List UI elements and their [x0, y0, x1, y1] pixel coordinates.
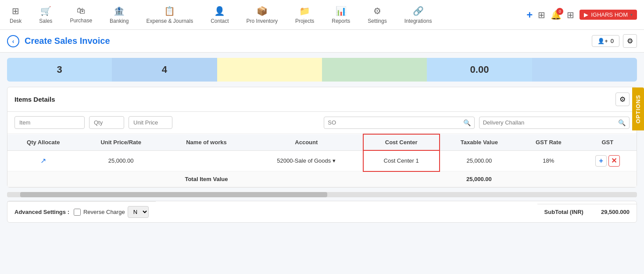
integrations-icon: 🔗 [413, 6, 424, 16]
total-account [250, 171, 363, 187]
scroll-thumb[interactable] [20, 192, 327, 197]
delivery-challan-search[interactable]: 🔍 [479, 117, 630, 129]
notification-badge: 0 [556, 8, 563, 15]
col-account: Account [250, 134, 363, 150]
so-search[interactable]: 🔍 [324, 117, 474, 129]
apps-button[interactable]: ⊞ [567, 10, 574, 20]
dropdown-icon: ▾ [333, 157, 336, 164]
total-gst-rate [519, 171, 579, 187]
projects-icon: 📁 [299, 6, 310, 16]
top-nav: ⊞ Desk 🛒 Sales 🛍 Purchase 🏦 Banking 📋 Ex… [0, 0, 644, 30]
horizontal-scrollbar[interactable] [7, 192, 637, 197]
youtube-button[interactable]: ▶ IGHARS HOM ▾ [580, 10, 637, 20]
desk-icon: ⊞ [12, 6, 19, 16]
user-name: IGHARS HOM [591, 11, 628, 18]
nav-projects[interactable]: 📁 Projects [293, 4, 317, 26]
summary-value-1: 3 [57, 64, 62, 75]
summary-card-1: 3 [7, 58, 112, 82]
col-name-of-works: Name of works [163, 134, 250, 150]
table-wrapper: Qty Allocate Unit Price/Rate Name of wor… [7, 134, 637, 187]
cell-cost-center[interactable]: Cost Center 1 [363, 150, 440, 171]
page-header: ‹ Create Sales Invoice 👤+ 0 ⚙ [0, 30, 644, 53]
nav-reports-label: Reports [332, 18, 350, 24]
reports-icon: 📊 [336, 6, 347, 16]
nav-contact-label: Contact [211, 18, 229, 24]
sales-icon: 🛒 [40, 6, 51, 16]
section-header: Items Details ⚙ [7, 87, 637, 112]
cell-gst-actions: + ✕ [579, 150, 637, 171]
grid-icon-button[interactable]: ⊞ [538, 10, 545, 20]
delivery-challan-input[interactable] [483, 119, 616, 126]
reverse-charge-select[interactable]: N Y [128, 206, 149, 218]
summary-card-4 [322, 58, 427, 82]
summary-bar: 3 4 0.00 [7, 58, 637, 82]
nav-banking-label: Banking [110, 18, 129, 24]
total-gst [579, 171, 637, 187]
cell-unit-price-rate: 25,000.00 [79, 150, 162, 171]
page-title: Create Sales Invoice [25, 36, 587, 46]
summary-value-2: 4 [162, 64, 167, 75]
nav-pro-inventory[interactable]: 📦 Pro Inventory [244, 4, 280, 26]
cell-qty-allocate: ↗ [7, 150, 79, 171]
nav-banking[interactable]: 🏦 Banking [107, 4, 131, 26]
total-name-of-works: Total Item Value [163, 171, 250, 187]
advanced-title: Advanced Settings : [14, 209, 69, 215]
total-taxable-value: 25,000.00 [440, 171, 519, 187]
cell-account[interactable]: 52000-Sale of Goods ▾ [250, 150, 363, 171]
cell-gst-rate: 18% [519, 150, 579, 171]
assign-count: 0 [611, 38, 614, 44]
header-actions: 👤+ 0 ⚙ [592, 34, 637, 48]
nav-projects-label: Projects [295, 18, 314, 24]
nav-integrations[interactable]: 🔗 Integrations [402, 4, 435, 26]
assign-icon: 👤+ [597, 38, 608, 44]
nav-purchase[interactable]: 🛍 Purchase [67, 4, 95, 25]
nav-purchase-label: Purchase [70, 18, 92, 24]
reverse-charge-checkbox[interactable] [74, 209, 81, 216]
table-row: ↗ 25,000.00 52000-Sale of Goods ▾ Cost C… [7, 150, 637, 171]
unit-price-filter[interactable] [129, 116, 172, 129]
nav-integrations-label: Integrations [404, 18, 432, 24]
advanced-settings: Advanced Settings : Reverse Charge N Y [7, 201, 156, 222]
remove-row-button[interactable]: ✕ [608, 155, 620, 167]
chevron-down-icon: ▾ [630, 12, 633, 17]
nav-sales[interactable]: 🛒 Sales [36, 4, 55, 26]
nav-expense-label: Expense & Journals [146, 18, 193, 24]
nav-contact[interactable]: 👤 Contact [208, 4, 231, 26]
back-button[interactable]: ‹ [7, 35, 19, 47]
items-settings-button[interactable]: ⚙ [615, 93, 630, 106]
summary-card-2: 4 [112, 58, 217, 82]
qty-filter[interactable] [89, 116, 124, 129]
summary-value-5: 0.00 [470, 64, 489, 75]
add-row-button[interactable]: + [595, 155, 607, 167]
summary-card-6 [532, 58, 637, 82]
nav-settings[interactable]: ⚙ Settings [365, 4, 389, 26]
reverse-charge-row: Reverse Charge N Y [74, 206, 149, 218]
purchase-icon: 🛍 [77, 6, 86, 16]
youtube-icon: ▶ [584, 11, 588, 18]
add-button[interactable]: + [526, 9, 533, 21]
col-gst-rate: GST Rate [519, 134, 579, 150]
total-label-cell [7, 171, 79, 187]
col-taxable-value: Taxable Value [440, 134, 519, 150]
nav-expense[interactable]: 📋 Expense & Journals [143, 4, 196, 26]
contact-icon: 👤 [214, 6, 225, 16]
options-label: OPTIONS [635, 95, 641, 124]
item-filter[interactable] [14, 116, 85, 129]
cell-taxable-value: 25,000.00 [440, 150, 519, 171]
options-sidebar[interactable]: OPTIONS [632, 88, 644, 131]
summary-card-3 [217, 58, 322, 82]
col-qty-allocate: Qty Allocate [7, 134, 79, 150]
nav-sales-label: Sales [39, 18, 52, 24]
nav-reports[interactable]: 📊 Reports [329, 4, 353, 26]
nav-desk[interactable]: ⊞ Desk [7, 4, 24, 26]
subtotal-bar: SubTotal (INR) 29,500.000 [537, 204, 637, 220]
notification-button[interactable]: 🔔 0 [551, 10, 562, 20]
page-settings-button[interactable]: ⚙ [623, 34, 637, 48]
assign-button[interactable]: 👤+ 0 [592, 35, 619, 47]
banking-icon: 🏦 [114, 6, 125, 16]
summary-card-5: 0.00 [427, 58, 532, 82]
col-cost-center: Cost Center [363, 134, 440, 150]
so-input[interactable] [328, 119, 461, 126]
total-cost-center [363, 171, 440, 187]
link-icon[interactable]: ↗ [40, 157, 46, 164]
